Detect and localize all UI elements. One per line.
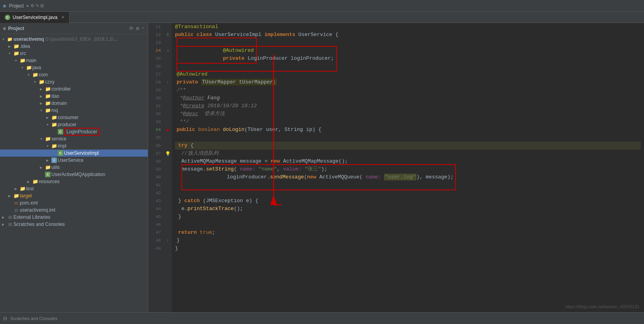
mq-label: mq <box>51 108 148 113</box>
sidebar-item-external-libs[interactable]: ▶ ⊟ External Libraries <box>0 214 148 221</box>
sidebar-item-pom[interactable]: m pom.xml <box>0 199 148 207</box>
code-line-31: *@create 2018/10/20 18:12 <box>175 102 641 110</box>
watermark: https://blog.csdn.net/weixin_42633131 <box>565 304 639 309</box>
code-line-34: public boolean doLogin(TUser user, Strin… <box>175 126 641 134</box>
sidebar-item-app[interactable]: C UserActiveMQApplication <box>0 171 148 178</box>
service-label: service <box>51 136 148 142</box>
sidebar-item-src[interactable]: ▾ 📁 src <box>0 50 148 57</box>
sidebar-item-userservice[interactable]: ▶ I UserService <box>0 157 148 164</box>
sidebar-item-utils[interactable]: ▶ 📁 utils <box>0 164 148 171</box>
code-line-36: try { <box>175 142 641 150</box>
code-line-21: @Transactional <box>175 23 641 31</box>
app-label: UserActiveMQApplication <box>51 172 148 177</box>
project-tree: ▾ 📁 useractivemq D:\java\IntelliJ_IDEA_2… <box>0 34 148 312</box>
sidebar-item-userserviceimpl[interactable]: C UserServiceImpl <box>0 150 148 157</box>
src-label: src <box>20 51 148 56</box>
code-line-33: **/ <box>175 118 641 126</box>
collapse-icon[interactable]: − <box>141 25 145 32</box>
class-icon-loginproducer: C <box>58 129 63 135</box>
code-area: 21 22 23 24 25 26 27 28 29 30 31 32 33 3… <box>148 23 644 312</box>
target-label: target <box>20 193 148 199</box>
class-icon-userserviceimpl: C <box>58 150 63 156</box>
test-label: test <box>26 186 148 191</box>
code-line-40: loginProducer.sendMessage(new ActiveMQQu… <box>175 173 641 181</box>
sidebar-item-producer[interactable]: ▾ 📁 producer <box>0 121 148 128</box>
project-sidebar: ▣ Project ⟳ ⚙ − ▾ 📁 useractivemq D:\java… <box>0 23 148 312</box>
iml-label: useractivemq.iml <box>20 207 148 213</box>
sidebar-toolbar: ⟳ ⚙ − <box>129 25 145 32</box>
sidebar-item-com[interactable]: ▾ 📁 com <box>0 71 148 78</box>
userserviceimpl-label: UserServiceImpl <box>64 150 148 156</box>
loginproducer-label: LoginProducer <box>64 129 148 135</box>
sidebar-item-service[interactable]: ▾ 📁 service <box>0 135 148 142</box>
idea-label: .idea <box>20 44 148 49</box>
controller-label: controller <box>51 86 148 92</box>
sidebar-item-consumer[interactable]: ▶ 📁 consumer <box>0 114 148 121</box>
external-libs-label: External Libraries <box>13 214 148 220</box>
editor-wrapper: 21 22 23 24 25 26 27 28 29 30 31 32 33 3… <box>148 23 644 312</box>
domain-label: domain <box>51 100 148 106</box>
sidebar-item-czxy[interactable]: ▾ 📁 czxy <box>0 78 148 85</box>
sidebar-item-main[interactable]: ▾ 📁 main <box>0 57 148 64</box>
tab-bar: C UserServiceImpl.java ✕ <box>0 12 644 23</box>
tree-root[interactable]: ▾ 📁 useractivemq D:\java\IntelliJ_IDEA_2… <box>0 36 148 43</box>
producer-label: producer <box>58 122 148 127</box>
window-title-bar: ▣ Project ▸ ⚙ ✎ ⊞ <box>0 0 644 12</box>
com-label: com <box>39 72 148 78</box>
code-line-43: } catch (JMSException e) { <box>175 197 641 205</box>
sidebar-item-dao[interactable]: ▶ 📁 dao <box>0 93 148 100</box>
scratches-icon: ⊟ <box>3 316 7 321</box>
sidebar-item-controller[interactable]: ▶ 📁 controller <box>0 85 148 93</box>
main-label: main <box>26 58 148 63</box>
utils-label: utils <box>51 165 148 170</box>
app-class-icon: C <box>45 172 51 177</box>
bottom-status-bar: ⊟ Scratches and Consoles <box>0 312 644 324</box>
code-line-35 <box>175 134 641 142</box>
pom-label: pom.xml <box>20 200 148 206</box>
dao-label: dao <box>51 93 148 99</box>
userservice-label: UserService <box>58 157 148 163</box>
sidebar-title: Project <box>8 26 24 31</box>
sidebar-item-scratches[interactable]: ▶ ⊟ Scratches and Consoles <box>0 221 148 228</box>
code-line-25: private LoginProducer loginProducer; <box>175 55 641 63</box>
interface-icon-userservice: I <box>51 157 57 163</box>
sidebar-item-java[interactable]: ▾ 📁 java <box>0 64 148 71</box>
sidebar-item-iml[interactable]: ⊡ useractivemq.iml <box>0 207 148 214</box>
code-line-26 <box>175 63 641 70</box>
code-line-30: *@author Fang <box>175 94 641 102</box>
code-line-47: return true; <box>175 229 641 237</box>
sidebar-item-loginproducer[interactable]: C LoginProducer <box>0 128 148 135</box>
sidebar-header: ▣ Project ⟳ ⚙ − <box>0 23 148 34</box>
czxy-label: czxy <box>45 79 148 85</box>
scratches-label: Scratches and Consoles <box>13 222 148 227</box>
sidebar-item-target[interactable]: ▶ 📁 target <box>0 192 148 199</box>
editor-tab-userserviceimpl[interactable]: C UserServiceImpl.java ✕ <box>0 12 70 23</box>
class-icon-tab: C <box>5 15 10 20</box>
tab-filename: UserServiceImpl.java <box>13 15 57 20</box>
code-line-49: } <box>175 244 641 252</box>
code-line-37: //放入消息队列 <box>175 150 641 157</box>
sync-icon[interactable]: ⟳ <box>129 25 134 32</box>
sidebar-item-idea[interactable]: ▶ 📁 .idea <box>0 43 148 50</box>
code-line-48: } <box>175 237 641 244</box>
gutter: C ↓ ↓ ▶ 💡 <box>164 23 172 312</box>
code-content: @Transactional public class UserServiceI… <box>172 23 644 312</box>
code-line-29: /** <box>175 86 641 94</box>
code-line-42 <box>175 189 641 197</box>
code-line-27: @Autowired <box>175 70 641 78</box>
sidebar-item-resources[interactable]: ▶ 📁 resources <box>0 178 148 185</box>
toolbar-icons: ▸ ⚙ ✎ ⊞ <box>27 3 44 8</box>
impl-label: impl <box>58 143 148 149</box>
sidebar-item-impl[interactable]: ▾ 📁 impl <box>0 142 148 150</box>
root-label: useractivemq D:\java\IntelliJ_IDEA_2018.… <box>13 36 148 42</box>
code-editor[interactable]: 21 22 23 24 25 26 27 28 29 30 31 32 33 3… <box>148 23 644 312</box>
sidebar-item-domain[interactable]: ▶ 📁 domain <box>0 100 148 107</box>
tab-close-button[interactable]: ✕ <box>61 15 64 19</box>
code-line-28: private TUserMapper tUserMapper; <box>175 78 641 86</box>
gear-icon[interactable]: ⚙ <box>136 25 139 32</box>
code-line-41 <box>175 181 641 189</box>
sidebar-item-test[interactable]: ▶ 📁 test <box>0 185 148 192</box>
sidebar-item-mq[interactable]: ▾ 📁 mq <box>0 107 148 114</box>
code-line-45: } <box>175 213 641 221</box>
project-label: Project <box>9 3 24 9</box>
